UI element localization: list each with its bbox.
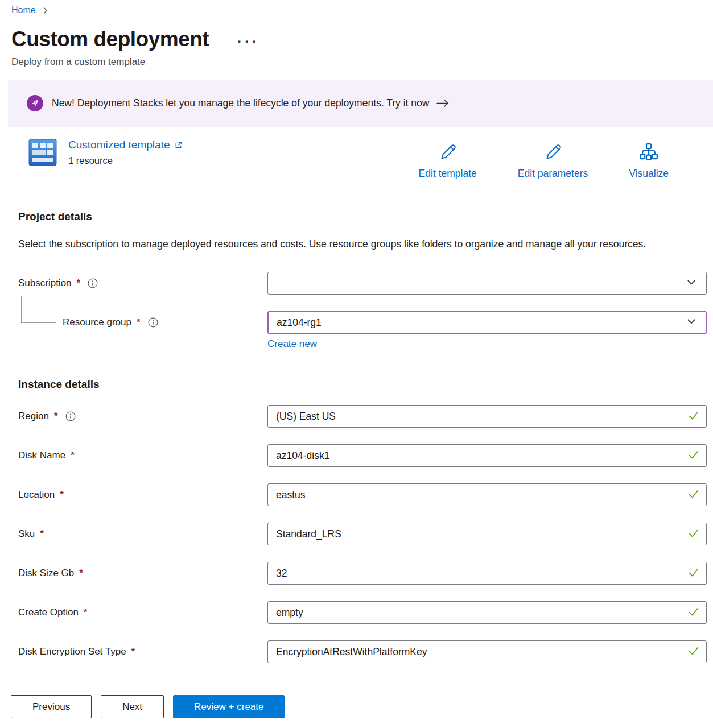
header: Custom deployment ··· [11, 27, 713, 51]
subscription-group-connector [21, 296, 56, 323]
required-marker: * [53, 411, 58, 422]
more-menu-button[interactable]: ··· [237, 34, 259, 44]
template-actions: Edit template Edit parameters [419, 139, 669, 180]
info-icon[interactable] [65, 411, 76, 421]
visualize-button[interactable]: Visualize [629, 142, 669, 180]
visualize-label: Visualize [629, 168, 669, 180]
create-option-row: Create Option* [18, 601, 713, 624]
required-marker: * [69, 450, 75, 461]
disk-size-label-text: Disk Size Gb [18, 568, 74, 579]
location-label-text: Location [18, 489, 55, 500]
previous-button[interactable]: Previous [11, 695, 92, 718]
arrow-right-icon [436, 98, 449, 108]
pencil-icon [438, 142, 458, 164]
breadcrumb-chevron-icon [42, 7, 49, 14]
create-option-label: Create Option* [18, 607, 267, 618]
page-content: Home Custom deployment ··· Deploy from a… [0, 0, 713, 685]
required-marker: * [135, 317, 141, 328]
required-marker: * [130, 646, 135, 657]
subscription-label: Subscription* [18, 278, 267, 289]
review-create-button[interactable]: Review + create [173, 695, 285, 718]
disk-encryption-set-type-label: Disk Encryption Set Type* [18, 646, 267, 657]
pencil-icon [543, 142, 563, 164]
location-input[interactable] [267, 483, 707, 506]
disk-name-row: Disk Name* [18, 444, 713, 467]
disk-encryption-set-type-label-text: Disk Encryption Set Type [18, 646, 126, 657]
region-label: Region* [18, 411, 267, 422]
resource-count: 1 resource [68, 155, 183, 166]
edit-parameters-label: Edit parameters [518, 168, 588, 180]
required-marker: * [39, 528, 44, 540]
region-label-text: Region [18, 411, 49, 422]
disk-encryption-set-type-input[interactable] [267, 640, 707, 663]
disk-name-label-text: Disk Name [18, 450, 65, 461]
hierarchy-icon [638, 142, 659, 164]
subscription-select[interactable] [267, 272, 707, 295]
disk-name-label: Disk Name* [18, 450, 267, 461]
disk-encryption-set-type-row: Disk Encryption Set Type* [18, 640, 713, 663]
sku-input[interactable] [267, 523, 707, 545]
disk-size-label: Disk Size Gb* [18, 568, 267, 579]
page-title: Custom deployment [11, 27, 209, 51]
edit-template-label: Edit template [419, 168, 477, 180]
location-row: Location* [18, 483, 713, 506]
create-new-link[interactable]: Create new [267, 338, 317, 350]
resource-group-value: az104-rg1 [277, 317, 322, 329]
required-marker: * [78, 568, 83, 579]
rocket-icon [27, 95, 43, 111]
region-input[interactable] [267, 405, 707, 428]
project-details-heading: Project details [18, 210, 713, 223]
edit-template-button[interactable]: Edit template [419, 142, 477, 180]
instance-details-form: Region* Disk Name* [18, 405, 713, 663]
required-marker: * [59, 489, 64, 500]
create-option-label-text: Create Option [18, 607, 79, 618]
customized-template-link[interactable]: Customized template [68, 139, 183, 151]
template-summary-row: Customized template 1 resource Edit temp… [28, 139, 669, 180]
resource-group-row: Resource group* az104-rg1 [18, 311, 713, 334]
create-option-input[interactable] [267, 601, 707, 624]
resource-group-label-text: Resource group [63, 317, 131, 328]
required-marker: * [83, 607, 88, 618]
instance-details-heading: Instance details [18, 378, 713, 391]
disk-size-row: Disk Size Gb* [18, 562, 713, 585]
page-subtitle: Deploy from a custom template [11, 56, 713, 68]
wizard-footer: Previous Next Review + create [0, 685, 713, 728]
required-marker: * [76, 278, 81, 289]
resource-group-select[interactable]: az104-rg1 [267, 311, 707, 334]
info-icon[interactable] [148, 317, 158, 328]
template-link-label: Customized template [68, 139, 170, 151]
sku-row: Sku* [18, 523, 713, 545]
banner-message: New! Deployment Stacks let you manage th… [52, 97, 429, 109]
subscription-row: Subscription* [18, 272, 713, 295]
breadcrumb-home-link[interactable]: Home [11, 5, 36, 15]
disk-size-input[interactable] [267, 562, 707, 585]
sku-label: Sku* [18, 528, 267, 540]
create-new-row: Create new [18, 338, 713, 350]
breadcrumb: Home [0, 0, 713, 15]
external-link-icon [174, 141, 183, 150]
disk-name-input[interactable] [267, 444, 707, 467]
template-icon [28, 139, 57, 168]
next-button[interactable]: Next [101, 695, 164, 718]
region-row: Region* [18, 405, 713, 428]
location-label: Location* [18, 489, 267, 500]
project-details-form: Subscription* Resource group* [18, 272, 713, 350]
project-details-description: Select the subscription to manage deploy… [18, 235, 673, 253]
edit-parameters-button[interactable]: Edit parameters [518, 142, 588, 180]
sku-label-text: Sku [18, 528, 35, 540]
info-icon[interactable] [88, 278, 98, 288]
deployment-stacks-banner[interactable]: New! Deployment Stacks let you manage th… [8, 80, 713, 127]
subscription-label-text: Subscription [18, 278, 72, 289]
